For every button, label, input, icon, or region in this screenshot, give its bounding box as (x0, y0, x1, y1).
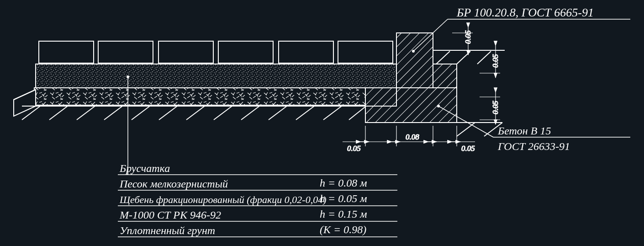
svg-line-20 (132, 106, 150, 120)
label-concrete-2: ГОСТ 26633-91 (497, 140, 570, 152)
dim-right-1: 0.05 (491, 54, 500, 68)
pavement-section-diagram: БР 100.20.8, ГОСТ 6665-91 Бетон В 15 ГОС… (0, 0, 644, 246)
svg-line-23 (214, 106, 232, 120)
legend-row4-label: М-1000 СТ РК 946-92 (119, 209, 221, 221)
svg-rect-12 (158, 41, 213, 63)
svg-line-28 (349, 107, 365, 120)
dim-top-gap: 0.05 (464, 30, 472, 44)
curb-block (396, 33, 433, 88)
dim-bottom-mid: 0.08 (406, 133, 419, 141)
svg-rect-15 (338, 41, 393, 63)
legend-table: Брусчатка Песок мелкозернистый h = 0.08 … (118, 162, 397, 237)
svg-line-21 (159, 106, 177, 120)
svg-rect-10 (39, 41, 94, 63)
legend-row5-label: Уплотненный грунт (120, 225, 215, 236)
svg-line-37 (477, 51, 491, 64)
gravel-layer (34, 88, 396, 105)
ground-hatch-left (22, 106, 365, 120)
svg-line-25 (269, 106, 287, 120)
dim-right-2: 0.05 (491, 101, 500, 114)
svg-rect-32 (365, 88, 396, 106)
sand-layer (36, 64, 396, 88)
label-concrete-1: Бетон В 15 (497, 125, 551, 137)
svg-line-17 (49, 106, 68, 120)
svg-rect-31 (433, 64, 457, 88)
section-drawing (14, 33, 505, 136)
svg-line-33 (457, 123, 475, 136)
svg-line-18 (77, 106, 95, 120)
legend-row3-label: Щебень фракционированный (фракци 0,02-0,… (119, 194, 327, 205)
svg-line-26 (296, 106, 314, 120)
svg-rect-13 (218, 41, 273, 63)
legend-row2-value: h = 0.08 м (320, 177, 367, 189)
svg-rect-30 (396, 33, 433, 88)
legend-row2-label: Песок мелкозернистый (119, 178, 228, 190)
label-curb: БР 100.20.8, ГОСТ 6665-91 (456, 6, 594, 19)
svg-rect-14 (279, 41, 333, 63)
dim-bottom-left: 0.05 (347, 144, 361, 153)
legend-row3-value: h = 0.05 м (320, 193, 367, 204)
legend-row4-value: h = 0.15 м (320, 208, 367, 220)
legend-row1-label: Брусчатка (119, 162, 170, 174)
dim-bottom-right: 0.05 (461, 144, 475, 153)
svg-line-22 (186, 106, 205, 120)
svg-rect-11 (98, 41, 153, 63)
legend-row5-value: (K = 0.98) (320, 224, 366, 235)
svg-line-35 (436, 51, 450, 64)
svg-line-27 (323, 106, 342, 120)
paver-blocks (39, 41, 393, 63)
svg-line-19 (104, 106, 122, 120)
svg-line-24 (241, 106, 259, 120)
